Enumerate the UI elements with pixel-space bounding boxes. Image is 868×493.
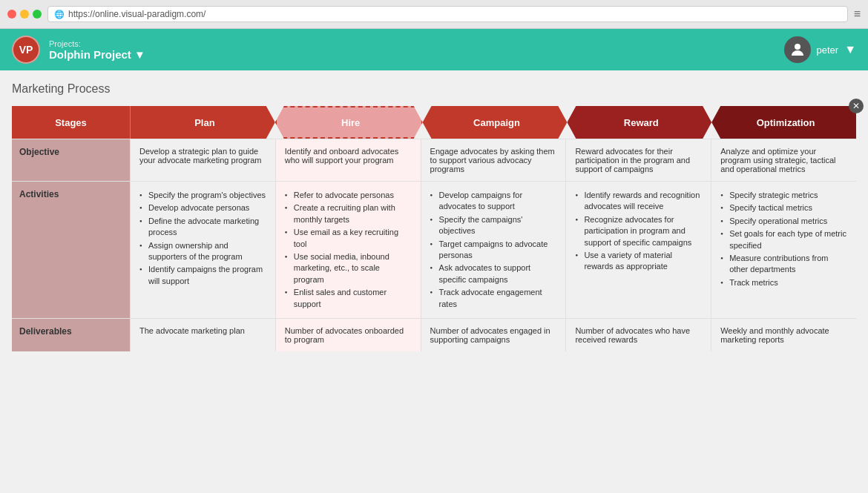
minimize-traffic-light[interactable] — [20, 10, 29, 19]
main-content: Marketing Process ✕ Stages Plan Hire Cam… — [0, 70, 868, 493]
list-item: Develop campaigns for advocates to suppo… — [430, 189, 557, 214]
project-name[interactable]: Dolphin Project ▼ — [49, 48, 145, 61]
activities-optimization-list: Specify strategic metrics Specify tactic… — [720, 189, 847, 289]
list-item: Ask advocates to support specific campai… — [430, 262, 557, 286]
activities-reward-cell: Identify rewards and recognition advocat… — [566, 182, 711, 318]
stages-header-row: Stages Plan Hire Campaign Reward Optimiz… — [12, 106, 856, 139]
list-item: Set goals for each type of metric specif… — [720, 228, 847, 252]
address-bar[interactable]: 🌐 https://online.visual-paradigm.com/ — [47, 6, 848, 22]
stage-hire[interactable]: Hire — [275, 106, 423, 139]
close-traffic-light[interactable] — [7, 10, 16, 19]
activities-optimization-cell: Specify strategic metrics Specify tactic… — [711, 182, 856, 318]
deliverables-reward-cell: Number of advocates who have received re… — [566, 319, 711, 351]
list-item: Measure contributions from other departm… — [720, 252, 847, 277]
maximize-traffic-light[interactable] — [33, 10, 42, 19]
list-item: Identify rewards and recognition advocat… — [575, 189, 702, 214]
header-right: peter ▼ — [784, 36, 856, 63]
list-item: Assign ownership and supporters of the p… — [139, 239, 266, 264]
objective-campaign-cell: Engage advocates by asking them to suppo… — [421, 139, 567, 181]
stages-label-cell: Stages — [12, 106, 131, 139]
stage-plan[interactable]: Plan — [131, 106, 275, 139]
objective-hire-cell: Identify and onboard advocates who will … — [276, 139, 421, 181]
list-item: Specify tactical metrics — [720, 202, 847, 214]
address-globe-icon: 🌐 — [54, 10, 65, 19]
user-avatar — [784, 36, 811, 63]
list-item: Enlist sales and customer support — [285, 286, 412, 311]
page-title: Marketing Process — [12, 82, 856, 96]
list-item: Refer to advocate personas — [285, 189, 412, 202]
app-header: VP Projects: Dolphin Project ▼ peter ▼ — [0, 29, 868, 70]
list-item: Specify strategic metrics — [720, 189, 847, 202]
activities-label: Activities — [12, 182, 131, 318]
list-item: Recognize advocates for participation in… — [575, 214, 702, 249]
list-item: Specify the campaigns' objectives — [430, 214, 557, 238]
activities-campaign-list: Develop campaigns for advocates to suppo… — [430, 189, 557, 311]
url-text: https://online.visual-paradigm.com/ — [68, 9, 206, 19]
activities-row: Activities Specify the program's objecti… — [12, 181, 856, 318]
deliverables-label: Deliverables — [12, 319, 131, 351]
list-item: Specify operational metrics — [720, 215, 847, 228]
list-item: Track advocate engagement rates — [430, 286, 557, 311]
activities-reward-list: Identify rewards and recognition advocat… — [575, 189, 702, 274]
user-name: peter — [817, 44, 839, 56]
activities-hire-cell: Refer to advocate personas Create a recr… — [276, 182, 421, 318]
list-item: Define the advocate marketing process — [139, 215, 266, 239]
deliverables-plan-cell: The advocate marketing plan — [131, 319, 276, 351]
deliverables-hire-cell: Number of advocates onboarded to program — [276, 319, 421, 351]
stage-optimization[interactable]: Optimization — [711, 106, 856, 139]
close-button[interactable]: ✕ — [849, 99, 864, 113]
activities-hire-list: Refer to advocate personas Create a recr… — [285, 189, 412, 311]
objective-plan-cell: Develop a strategic plan to guide your a… — [131, 139, 276, 181]
list-item: Use a variety of material rewards as app… — [575, 249, 702, 274]
list-item: Develop advocate personas — [139, 202, 266, 214]
stage-campaign[interactable]: Campaign — [423, 106, 568, 139]
stage-reward[interactable]: Reward — [567, 106, 711, 139]
list-item: Use social media, inbound marketing, etc… — [285, 251, 412, 286]
menu-icon[interactable]: ≡ — [854, 7, 861, 21]
user-dropdown-icon[interactable]: ▼ — [844, 43, 856, 56]
objective-label: Objective — [12, 139, 131, 181]
list-item: Target campaigns to advocate personas — [430, 238, 557, 262]
objective-optimization-cell: Analyze and optimize your program using … — [711, 139, 856, 181]
list-item: Create a recruiting plan with monthly ta… — [285, 202, 412, 226]
deliverables-optimization-cell: Weekly and monthly advocate marketing re… — [711, 319, 856, 351]
objective-row: Objective Develop a strategic plan to gu… — [12, 139, 856, 181]
projects-label: Projects: — [49, 39, 145, 48]
activities-plan-cell: Specify the program's objectives Develop… — [131, 182, 276, 318]
deliverables-campaign-cell: Number of advocates engaged in supportin… — [421, 319, 567, 351]
process-table-wrapper: ✕ Stages Plan Hire Campaign Reward Optim… — [12, 106, 856, 351]
svg-point-0 — [795, 44, 800, 50]
deliverables-row: Deliverables The advocate marketing plan… — [12, 318, 856, 351]
list-item: Identify campaigns the program will supp… — [139, 263, 266, 288]
traffic-lights — [7, 10, 42, 19]
list-item: Use email as a key recruiting tool — [285, 226, 412, 251]
activities-plan-list: Specify the program's objectives Develop… — [139, 189, 266, 288]
browser-chrome: 🌐 https://online.visual-paradigm.com/ ≡ — [0, 0, 868, 29]
list-item: Track metrics — [720, 277, 847, 289]
dropdown-arrow-icon: ▼ — [134, 48, 145, 61]
activities-campaign-cell: Develop campaigns for advocates to suppo… — [421, 182, 567, 318]
objective-reward-cell: Reward advocates for their participation… — [566, 139, 711, 181]
project-info: Projects: Dolphin Project ▼ — [49, 39, 145, 61]
app-logo: VP — [12, 36, 40, 64]
list-item: Specify the program's objectives — [139, 189, 266, 202]
